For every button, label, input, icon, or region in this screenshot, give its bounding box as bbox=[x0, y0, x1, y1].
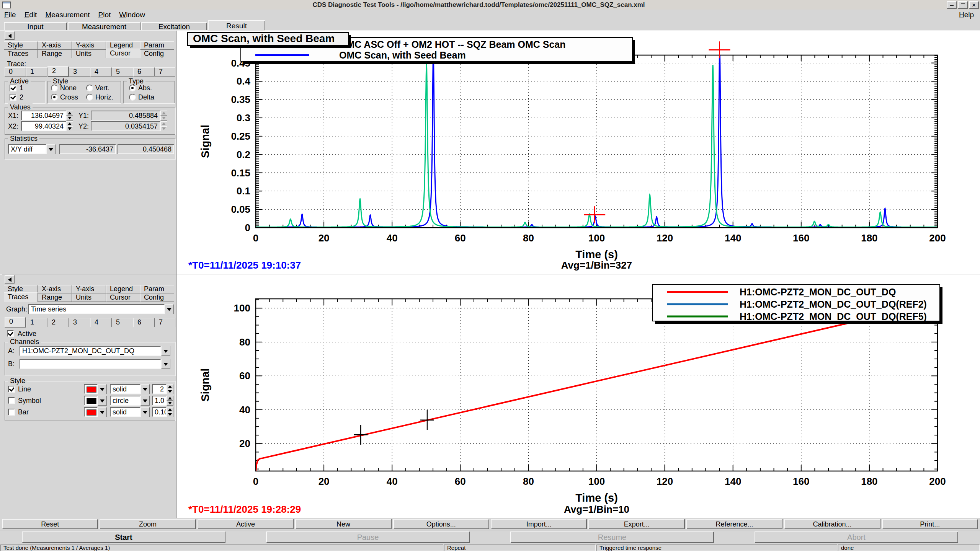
menu-edit[interactable]: Edit bbox=[20, 10, 41, 20]
tab-measurement[interactable]: Measurement bbox=[68, 22, 140, 31]
symbol-checkbox[interactable] bbox=[8, 397, 15, 404]
tab-range-top[interactable]: Range bbox=[38, 50, 72, 58]
import-button[interactable]: Import... bbox=[491, 519, 587, 529]
tab-input[interactable]: Input bbox=[4, 22, 67, 31]
channel-b-select[interactable] bbox=[20, 359, 161, 369]
style-cross-radio[interactable] bbox=[51, 94, 58, 101]
tab-legend-bottom[interactable]: Legend bbox=[106, 285, 140, 293]
tab-range-bottom[interactable]: Range bbox=[38, 293, 72, 302]
trace-2[interactable]: 2 bbox=[47, 66, 69, 77]
tab-excitation[interactable]: Excitation bbox=[141, 22, 207, 31]
dropdown-arrow-icon[interactable] bbox=[161, 346, 170, 356]
menu-plot[interactable]: Plot bbox=[94, 10, 115, 20]
channel-a-select[interactable]: H1:OMC-PZT2_MON_DC_OUT_DQ bbox=[20, 346, 161, 356]
dropdown-arrow-icon[interactable] bbox=[140, 407, 150, 417]
line-color-select[interactable] bbox=[84, 384, 98, 394]
dropdown-arrow-icon[interactable] bbox=[140, 384, 150, 394]
bar-style-select[interactable]: solid bbox=[110, 407, 140, 417]
tab-yaxis-top[interactable]: Y-axis bbox=[72, 41, 106, 50]
bar-color-select[interactable] bbox=[84, 407, 98, 417]
menu-help[interactable]: Help bbox=[953, 10, 980, 20]
tab-style-top[interactable]: Style bbox=[4, 41, 38, 50]
line-width-input[interactable]: 2 bbox=[152, 384, 167, 394]
spin-down-icon[interactable] bbox=[167, 401, 173, 406]
dropdown-arrow-icon[interactable] bbox=[161, 359, 170, 369]
reference-button[interactable]: Reference... bbox=[686, 519, 782, 529]
trace-7[interactable]: 7 bbox=[155, 67, 175, 77]
trace-3[interactable]: 3 bbox=[69, 318, 90, 327]
trace-7[interactable]: 7 bbox=[155, 318, 175, 327]
trace-6[interactable]: 6 bbox=[133, 67, 155, 77]
spin-down-icon[interactable] bbox=[167, 389, 173, 394]
bar-width-input[interactable]: 0.10 bbox=[152, 407, 167, 417]
type-delta-radio[interactable] bbox=[129, 94, 136, 101]
symbol-style-select[interactable]: circle bbox=[110, 396, 140, 406]
trace-5[interactable]: 5 bbox=[112, 318, 133, 327]
dropdown-arrow-icon[interactable] bbox=[165, 304, 174, 314]
tab-xaxis-top[interactable]: X-axis bbox=[38, 41, 72, 50]
tab-cursor-top[interactable]: Cursor bbox=[106, 49, 140, 58]
tab-traces-top[interactable]: Traces bbox=[4, 50, 38, 58]
start-button[interactable]: Start bbox=[22, 531, 225, 543]
line-style-select[interactable]: solid bbox=[110, 384, 140, 394]
collapse-panel-button[interactable] bbox=[5, 275, 15, 284]
cursor-active-1-checkbox[interactable] bbox=[10, 85, 16, 91]
style-horiz-radio[interactable] bbox=[86, 94, 93, 101]
collapse-panel-button[interactable] bbox=[5, 31, 15, 40]
omc-scan-plot[interactable]: 02040608010012014016018020000.050.10.150… bbox=[177, 31, 980, 274]
maximize-button[interactable] bbox=[958, 1, 968, 9]
x2-spinner[interactable] bbox=[66, 121, 73, 131]
active-button[interactable]: Active bbox=[198, 519, 294, 529]
minimize-button[interactable] bbox=[947, 1, 957, 9]
tab-units-top[interactable]: Units bbox=[72, 50, 106, 58]
x1-input[interactable]: 136.04697 bbox=[21, 111, 66, 121]
spin-down-icon[interactable] bbox=[66, 116, 73, 121]
trace-1[interactable]: 1 bbox=[26, 67, 47, 77]
tab-xaxis-bottom[interactable]: X-axis bbox=[38, 285, 72, 293]
tab-config-top[interactable]: Config bbox=[140, 50, 174, 58]
trace-4[interactable]: 4 bbox=[90, 67, 112, 77]
line-checkbox[interactable] bbox=[8, 386, 15, 393]
export-button[interactable]: Export... bbox=[588, 519, 684, 529]
menu-window[interactable]: Window bbox=[115, 10, 149, 20]
trace-2[interactable]: 2 bbox=[47, 318, 69, 327]
zoom-button[interactable]: Zoom bbox=[100, 519, 196, 529]
symbol-size-input[interactable]: 1.0 bbox=[152, 396, 167, 406]
statistics-mode-select[interactable]: X/Y diff bbox=[8, 144, 46, 154]
spin-up-icon[interactable] bbox=[66, 121, 73, 126]
tab-yaxis-bottom[interactable]: Y-axis bbox=[72, 285, 106, 293]
x2-input[interactable]: 99.40324 bbox=[21, 121, 66, 131]
type-abs-radio[interactable] bbox=[129, 85, 136, 91]
trace-0[interactable]: 0 bbox=[5, 67, 26, 77]
calibration-button[interactable]: Calibration... bbox=[784, 519, 880, 529]
dropdown-arrow-icon[interactable] bbox=[46, 144, 56, 154]
symbol-size-spinner[interactable] bbox=[167, 396, 173, 406]
trace-active-checkbox[interactable] bbox=[7, 330, 14, 337]
dropdown-arrow-icon[interactable] bbox=[98, 396, 107, 406]
spin-up-icon[interactable] bbox=[66, 111, 73, 116]
options-button[interactable]: Options... bbox=[393, 519, 489, 529]
style-vert-radio[interactable] bbox=[86, 85, 93, 91]
spin-down-icon[interactable] bbox=[167, 412, 173, 417]
cursor-active-2-checkbox[interactable] bbox=[10, 94, 16, 101]
trace-3[interactable]: 3 bbox=[69, 67, 90, 77]
spin-down-icon[interactable] bbox=[66, 126, 73, 131]
bar-checkbox[interactable] bbox=[8, 409, 15, 416]
pzt2-monitor-plot[interactable]: 02040608010012014016018020020406080100Si… bbox=[177, 274, 980, 518]
tab-units-bottom[interactable]: Units bbox=[72, 293, 106, 302]
x1-spinner[interactable] bbox=[66, 111, 73, 121]
dropdown-arrow-icon[interactable] bbox=[98, 384, 107, 394]
menu-file[interactable]: File bbox=[0, 10, 20, 20]
tab-traces-bottom[interactable]: Traces bbox=[4, 292, 38, 302]
spin-up-icon[interactable] bbox=[167, 384, 173, 389]
trace-6[interactable]: 6 bbox=[133, 318, 155, 327]
new-button[interactable]: New bbox=[295, 519, 391, 529]
bar-width-spinner[interactable] bbox=[167, 407, 173, 417]
trace-4[interactable]: 4 bbox=[90, 318, 112, 327]
dropdown-arrow-icon[interactable] bbox=[140, 396, 150, 406]
tab-result[interactable]: Result bbox=[208, 20, 265, 31]
tab-cursor-bottom[interactable]: Cursor bbox=[106, 293, 140, 302]
spin-up-icon[interactable] bbox=[167, 407, 173, 412]
line-width-spinner[interactable] bbox=[167, 384, 173, 394]
trace-1[interactable]: 1 bbox=[26, 318, 47, 327]
